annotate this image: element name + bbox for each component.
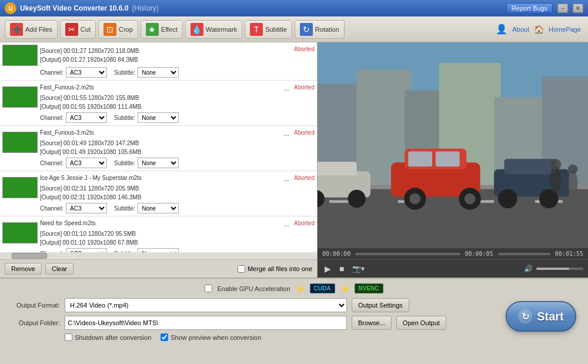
clear-button[interactable]: Clear [45,263,74,275]
svg-rect-16 [436,152,460,167]
output-settings-button[interactable]: Output Settings [352,298,409,312]
title-right: Report Bugs – ✕ [506,3,583,14]
svg-rect-26 [318,162,357,175]
cuda-badge: CUDA [310,283,335,293]
format-select[interactable]: H.264 Video (*.mp4) [65,298,347,312]
timeline-bar[interactable] [355,253,460,255]
timeline-bar-2[interactable] [498,253,550,255]
effect-icon: ★ [146,23,159,36]
start-icon: ↻ [518,309,532,323]
crop-button[interactable]: ⊡ Crop [98,20,138,39]
shutdown-label: Shutdown after conversion [75,334,151,341]
file-status: Aborted [294,45,315,52]
file-thumbnail [2,222,38,243]
channel-label: Channel: [40,115,64,121]
file-list-scroll[interactable]: [Source] 00:01:27 1280x720 118.0MB [Outp… [0,42,317,252]
subtitle-label: Subtitle: [114,69,135,76]
rotation-button[interactable]: ↻ Rotation [295,20,345,39]
channel-select[interactable]: AC3 [66,203,107,213]
rotation-label: Rotation [315,26,339,33]
format-label: Output Format: [7,302,60,309]
add-files-button[interactable]: ➕ Add Files [5,20,58,39]
main-content: [Source] 00:01:27 1280x720 118.0MB [Outp… [0,42,588,278]
nvenc-badge: NVENC [355,283,383,293]
subtitle-label: Subtitle: [114,160,135,166]
file-info: [Source] 00:01:27 1280x720 118.0MB [Outp… [40,46,292,64]
time-end: 00:01:55 [555,251,583,257]
shutdown-checkbox[interactable] [65,333,72,341]
file-output: [Output] 00:01:27 1920x1080 84.3MB [40,55,292,64]
merge-text: Merge all files into one [248,265,312,272]
history-label: (History) [132,4,159,12]
gpu-acceleration-checkbox[interactable] [205,285,212,292]
file-more-btn[interactable]: ... [281,128,292,139]
homepage-link[interactable]: HomePage [546,25,583,34]
subtitle-button[interactable]: T Subtitle [245,20,292,39]
volume-icon: 🔊 [524,265,533,273]
channel-select[interactable]: AC3 [66,248,107,252]
svg-point-23 [498,189,517,209]
folder-row: Output Folder: Browse... Open Output [7,316,581,330]
subtitle-label: Subtitle: [114,115,135,121]
play-button[interactable]: ▶ [322,263,333,275]
svg-rect-22 [505,159,556,174]
channel-label: Channel: [40,160,64,166]
screenshot-button[interactable]: 📷▾ [350,263,367,274]
cut-label: Cut [81,26,91,33]
scroll-thumb [12,253,47,259]
file-output: [Output] 00:01:55 1920x1080 111.4MB [40,102,292,111]
file-name: Need for Speed.m2ts ... [40,219,292,229]
app-title: UkeySoft Video Converter 10.6.0 [20,4,129,12]
close-button[interactable]: ✕ [573,4,583,13]
file-info: Fast_Furious-2.m2ts ... [Source] 00:01:5… [40,83,292,111]
subtitle-label: Subtitle: [114,205,135,212]
nvidia-icon: ⚡ [295,284,305,293]
channel-select[interactable]: AC3 [66,67,107,78]
effect-button[interactable]: ★ Effect [141,20,183,39]
volume-slider[interactable] [536,268,583,270]
folder-input[interactable] [65,316,347,330]
remove-button[interactable]: Remove [5,263,42,275]
watermark-label: Watermark [206,26,237,33]
cut-button[interactable]: ✂ Cut [60,20,96,39]
bottom-panel: Enable GPU Acceleration ⚡ CUDA ⚡ NVENC O… [0,278,588,346]
subtitle-select[interactable]: None [138,248,179,252]
file-source: [Source] 00:01:27 1280x720 118.0MB [40,46,292,55]
merge-checkbox[interactable] [238,265,245,273]
list-item: Fast_Furious-2.m2ts ... [Source] 00:01:5… [0,81,317,126]
stop-button[interactable]: ■ [337,263,346,275]
browse-button[interactable]: Browse... [352,316,392,330]
file-output: [Output] 00:01:49 1920x1080 105.6MB [40,148,292,156]
subtitle-select[interactable]: None [138,203,179,213]
svg-rect-15 [408,152,432,167]
subtitle-select[interactable]: None [138,158,179,168]
subtitle-select[interactable]: None [138,67,179,78]
report-bugs-button[interactable]: Report Bugs [506,3,553,14]
time-start: 00:00:00 [322,251,350,257]
file-thumbnail [2,45,38,66]
list-item: Fast_Furious-3.m2ts ... [Source] 00:01:4… [0,126,317,171]
show-preview-checkbox[interactable] [161,333,168,341]
minimize-button[interactable]: – [557,4,568,13]
watermark-button[interactable]: 💧 Watermark [185,20,242,39]
title-bar: U UkeySoft Video Converter 10.6.0 (Histo… [0,0,588,16]
svg-point-28 [348,190,366,208]
file-more-btn[interactable]: ... [281,219,292,229]
open-output-button[interactable]: Open Output [396,316,446,330]
folder-label: Output Folder: [7,319,60,326]
subtitle-select[interactable]: None [138,112,179,123]
file-name: Fast_Furious-3.m2ts ... [40,128,292,139]
file-more-btn[interactable]: ... [281,83,292,93]
about-link[interactable]: About [510,25,532,34]
start-button[interactable]: ↻ Start [506,301,576,332]
channel-label: Channel: [40,69,64,76]
file-more-btn[interactable]: ... [281,173,292,184]
channel-select[interactable]: AC3 [66,112,107,123]
channel-select[interactable]: AC3 [66,158,107,168]
merge-label: Merge all files into one [238,265,312,273]
horizontal-scrollbar[interactable] [0,252,317,259]
svg-point-20 [465,193,476,205]
subtitle-label: Subtitle [265,26,287,33]
add-files-label: Add Files [25,26,52,33]
time-mid: 00:00:05 [465,251,493,257]
